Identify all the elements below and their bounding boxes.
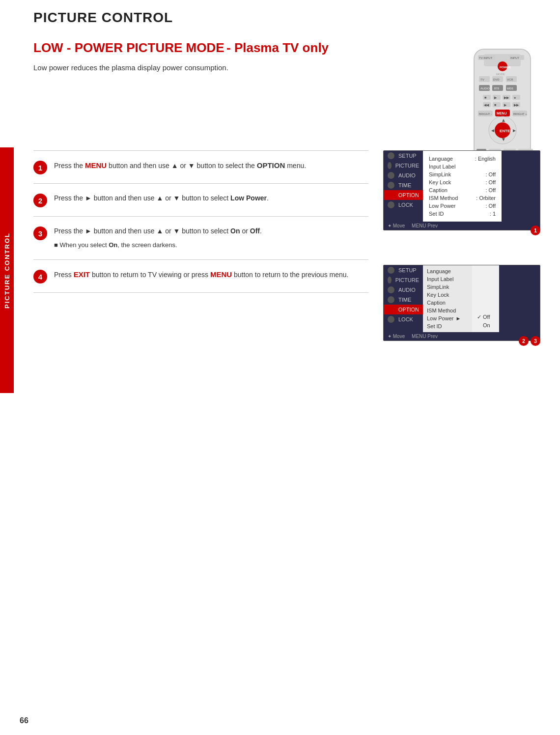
- option-simplink: SimpLink : Off: [429, 170, 496, 178]
- menu-keyword-4: MENU: [210, 270, 232, 279]
- time-icon: [388, 182, 394, 189]
- menu-item-time: TIME: [384, 180, 423, 190]
- step-text-1: Press the MENU button and then use ▲ or …: [54, 160, 306, 171]
- option-ism: ISM Method : Orbiter: [429, 194, 496, 202]
- step-3: 3 Press the ► button and then use ▲ or ▼…: [33, 217, 368, 260]
- setup-icon: [388, 152, 394, 159]
- picture-icon-2: [388, 277, 392, 283]
- svg-text:BRIGHT -: BRIGHT -: [479, 113, 492, 115]
- step-number-2: 2: [33, 194, 47, 207]
- menu-item-time-2: TIME: [384, 295, 423, 305]
- off-keyword: Off: [250, 227, 260, 235]
- badge-num-1: 1: [531, 226, 540, 235]
- svg-text:ENTER: ENTER: [500, 129, 513, 133]
- option-caption: Caption : Off: [429, 186, 496, 194]
- svg-text:▲: ▲: [501, 117, 506, 123]
- side-label-text: PICTURE CONTROL: [3, 232, 11, 309]
- svg-text:TV: TV: [480, 78, 484, 81]
- option-icon: [388, 192, 394, 198]
- menu-item-audio: AUDIO: [384, 170, 423, 180]
- svg-text:MENU: MENU: [497, 112, 507, 115]
- badge-num-3: 3: [531, 336, 540, 346]
- menu-item-picture-2: PICTURE: [384, 275, 423, 285]
- setup-icon-2: [388, 267, 394, 274]
- opt-input: Input Label: [427, 275, 468, 283]
- svg-text:TV INPUT: TV INPUT: [479, 57, 493, 59]
- svg-text:INPUT: INPUT: [510, 57, 519, 59]
- svg-text:►: ►: [512, 128, 517, 133]
- menu-item-setup: SETUP: [384, 151, 423, 161]
- section-subtitle: - Plasma TV only: [226, 40, 329, 55]
- menu-with-option-panel: SETUP PICTURE AUDIO: [384, 151, 540, 222]
- menu-with-submenu: SETUP PICTURE AUDIO: [384, 265, 540, 332]
- section-title: LOW - POWER PICTURE MODE: [33, 40, 224, 55]
- badge-1: 1: [531, 226, 540, 235]
- option-language: Language : English: [429, 155, 496, 163]
- step-number-1: 1: [33, 161, 47, 174]
- screenshots-column: SETUP PICTURE AUDIO: [383, 150, 540, 341]
- svg-text:◄: ◄: [490, 128, 495, 133]
- step-3-note: ■ When you select On, the screen darkens…: [54, 240, 262, 251]
- opt-key: Key Lock: [427, 291, 468, 299]
- menu-item-option-active-2: OPTION: [384, 305, 423, 314]
- submenu-off: ✓ Off: [477, 313, 494, 321]
- step-4: 4 Press EXIT button to return to TV view…: [33, 260, 368, 293]
- arrow-right-icon: ►: [455, 315, 461, 321]
- opt-lang: Language: [427, 267, 468, 275]
- lock-icon: [388, 201, 394, 208]
- svg-text:POWER: POWER: [500, 66, 511, 69]
- screenshot-1: SETUP PICTURE AUDIO: [383, 150, 540, 230]
- audio-icon: [388, 172, 394, 179]
- option-keyword: OPTION: [257, 161, 285, 170]
- steps-column: 1 Press the MENU button and then use ▲ o…: [33, 150, 368, 341]
- menu-keyword-1: MENU: [85, 161, 107, 170]
- opt-cap: Caption: [427, 299, 468, 307]
- page-header: PICTURE CONTROL: [33, 10, 540, 26]
- screenshot-2-wrapper: SETUP PICTURE AUDIO: [383, 265, 540, 341]
- low-power-keyword: Low Power: [230, 194, 267, 202]
- exit-keyword: EXIT: [74, 270, 90, 279]
- svg-text:■: ■: [484, 96, 486, 99]
- on-note-keyword: On: [109, 241, 117, 249]
- svg-text:BRIGHT +: BRIGHT +: [513, 113, 527, 115]
- opt-lowpower-active: Low Power ►: [427, 314, 468, 322]
- step-1: 1 Press the MENU button and then use ▲ o…: [33, 150, 368, 184]
- badge-num-2: 2: [519, 336, 529, 346]
- step-number-4: 4: [33, 270, 47, 283]
- opt-ism: ISM Method: [427, 307, 468, 314]
- menu-item-lock-2: LOCK: [384, 314, 423, 324]
- svg-text:■: ■: [494, 103, 496, 107]
- on-keyword: On: [230, 227, 240, 235]
- side-label: PICTURE CONTROL: [0, 147, 14, 393]
- svg-text:▼: ▼: [501, 137, 506, 142]
- picture-icon: [388, 162, 392, 169]
- submenu-panel: ✓ Off On: [472, 265, 499, 332]
- svg-text:▶▶: ▶▶: [504, 96, 509, 99]
- svg-text:●: ●: [514, 96, 516, 99]
- lock-icon-2: [388, 316, 394, 323]
- menu-footer-1: ✦ Move MENU Prev: [384, 222, 540, 230]
- menu-item-lock: LOCK: [384, 200, 423, 210]
- option-input-label: Input Label: [429, 163, 496, 170]
- svg-text:DVD: DVD: [493, 78, 500, 81]
- center-options: Language Input Label SimpLink Key Lock C…: [423, 265, 472, 332]
- step-2: 2 Press the ► button and then use ▲ or ▼…: [33, 184, 368, 217]
- svg-text:▶▶: ▶▶: [514, 103, 519, 107]
- step-text-4: Press EXIT button to return to TV viewin…: [54, 269, 348, 281]
- screenshot-1-wrapper: SETUP PICTURE AUDIO: [383, 150, 540, 230]
- option-set-id: Set ID : 1: [429, 210, 496, 218]
- step-number-3: 3: [33, 226, 47, 240]
- svg-text:MODE: MODE: [496, 73, 505, 76]
- step-text-3: Press the ► button and then use ▲ or ▼ b…: [54, 226, 262, 251]
- svg-text:◀◀: ◀◀: [484, 103, 489, 107]
- opt-setid: Set ID: [427, 322, 468, 330]
- badge-2-3: 2 3: [519, 336, 540, 346]
- option-icon-2: [388, 306, 394, 313]
- audio-icon-2: [388, 286, 394, 293]
- opt-simp: SimpLink: [427, 283, 468, 291]
- menu-item-setup-2: SETUP: [384, 265, 423, 275]
- option-key-lock: Key Lock : Off: [429, 178, 496, 186]
- menu-item-option-active: OPTION: [384, 190, 423, 200]
- time-icon-2: [388, 296, 394, 303]
- menu-item-picture: PICTURE: [384, 161, 423, 170]
